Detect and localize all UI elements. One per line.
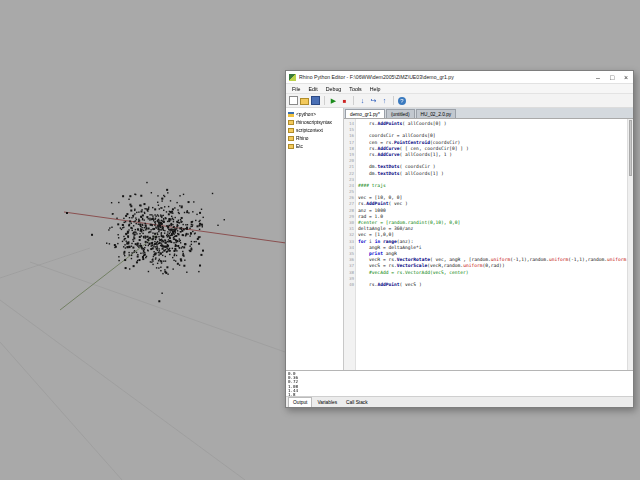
tree-item-python[interactable]: <python> xyxy=(288,110,343,118)
tree-item-rhinoscriptsyntax[interactable]: rhinoscriptsyntax xyxy=(288,118,343,126)
tab-untitled[interactable]: (untitled) xyxy=(386,109,415,118)
menu-bar: FileEditDebugToolsHelp xyxy=(286,84,633,94)
folder-icon xyxy=(288,128,294,133)
menu-tools[interactable]: Tools xyxy=(345,86,365,92)
tree-item-rhino[interactable]: Rhino xyxy=(288,134,343,142)
folder-icon xyxy=(288,136,294,141)
toolbar-separator xyxy=(353,96,354,105)
bottom-tab-bar: OutputVariablesCall Stack xyxy=(286,396,633,407)
maximize-button[interactable]: □ xyxy=(605,71,619,83)
window-title: Rhino Python Editor - F:\06WW\dem2005\Zi… xyxy=(299,74,588,80)
open-file-icon[interactable] xyxy=(300,98,309,105)
scrollbar-thumb[interactable] xyxy=(629,120,632,176)
stop-icon[interactable]: ■ xyxy=(340,96,349,105)
editor-main: <python>rhinoscriptsyntaxscriptcontextRh… xyxy=(286,108,633,370)
line-numbers: 1415161718192021222324252627282930313233… xyxy=(344,119,356,370)
menu-file[interactable]: File xyxy=(288,86,305,92)
tree-item-label: Rhino xyxy=(296,136,309,141)
python-icon xyxy=(288,112,294,117)
window-controls: –□× xyxy=(591,71,633,83)
tree-item-label: rhinoscriptsyntax xyxy=(296,120,332,125)
step-into-icon[interactable]: ↓ xyxy=(358,96,367,105)
vertical-scrollbar[interactable] xyxy=(627,119,633,370)
titlebar[interactable]: Rhino Python Editor - F:\06WW\dem2005\Zi… xyxy=(286,71,633,84)
tab-bar: demo_gr1.py*(untitled)HU_02_2.0.py xyxy=(344,108,633,119)
menu-debug[interactable]: Debug xyxy=(322,86,346,92)
toolbar-separator xyxy=(324,96,325,105)
code-area: 1415161718192021222324252627282930313233… xyxy=(344,119,633,370)
tree-item-label: <python> xyxy=(296,112,316,117)
new-file-icon[interactable] xyxy=(289,96,298,105)
menu-help[interactable]: Help xyxy=(366,86,385,92)
line-number: 40 xyxy=(344,282,354,288)
toolbar: ▶■↓↪↑? xyxy=(286,94,633,108)
minimize-button[interactable]: – xyxy=(591,71,605,83)
output-panel: 0.00.360.721.081.441.8 xyxy=(286,370,633,396)
close-button[interactable]: × xyxy=(619,71,633,83)
step-out-icon[interactable]: ↑ xyxy=(380,96,389,105)
tab-demo-gr1-py[interactable]: demo_gr1.py* xyxy=(345,109,385,118)
editor-column: demo_gr1.py*(untitled)HU_02_2.0.py 14151… xyxy=(344,108,633,370)
tree-item-label: scriptcontext xyxy=(296,128,323,133)
code-editor[interactable]: rs.AddPoints( allCoords[0] ) coordsCir =… xyxy=(356,119,627,370)
folder-icon xyxy=(288,120,294,125)
app-icon xyxy=(289,74,296,81)
tree-item-label: Etc xyxy=(296,144,303,149)
tree-item-etc[interactable]: Etc xyxy=(288,142,343,150)
toolbar-separator xyxy=(393,96,394,105)
tab-hu-02-2-0-py[interactable]: HU_02_2.0.py xyxy=(416,109,457,118)
panel-tab-call-stack[interactable]: Call Stack xyxy=(342,399,372,406)
panel-tab-variables[interactable]: Variables xyxy=(313,399,341,406)
panel-tab-output[interactable]: Output xyxy=(288,397,312,407)
tree-item-scriptcontext[interactable]: scriptcontext xyxy=(288,126,343,134)
menu-edit[interactable]: Edit xyxy=(305,86,322,92)
step-over-icon[interactable]: ↪ xyxy=(369,96,378,105)
code-line: rs.AddPoint( vecS ) xyxy=(358,282,627,288)
screen: Rhino Python Editor - F:\06WW\dem2005\Zi… xyxy=(0,0,640,480)
module-tree: <python>rhinoscriptsyntaxscriptcontextRh… xyxy=(286,108,344,370)
folder-icon xyxy=(288,144,294,149)
run-icon[interactable]: ▶ xyxy=(329,96,338,105)
python-editor-window: Rhino Python Editor - F:\06WW\dem2005\Zi… xyxy=(285,70,634,408)
help-icon[interactable]: ? xyxy=(398,97,406,105)
save-icon[interactable] xyxy=(311,96,320,105)
